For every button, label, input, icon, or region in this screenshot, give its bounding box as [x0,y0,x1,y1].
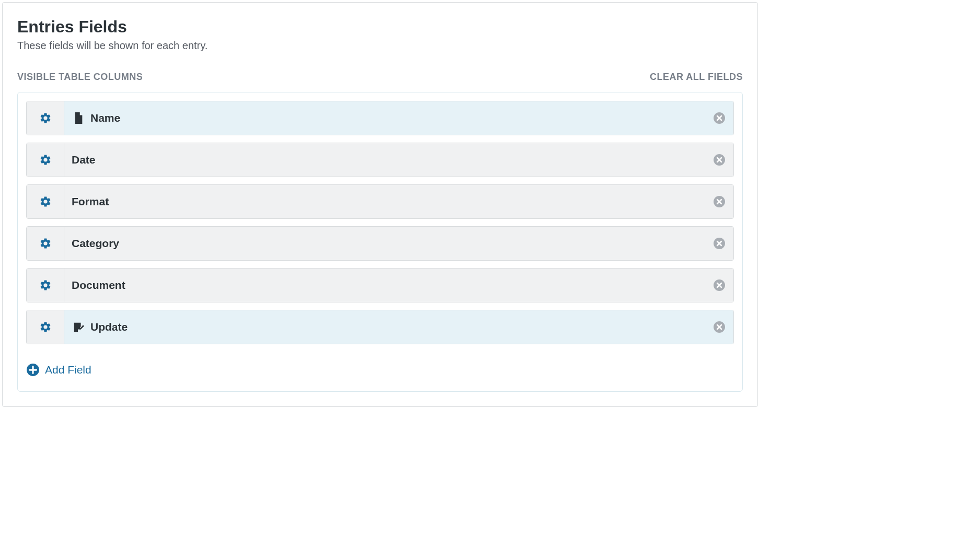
gear-icon [39,154,52,166]
field-row[interactable]: Format [26,184,734,219]
close-icon [713,321,726,333]
field-settings-handle[interactable] [27,143,64,177]
field-label: Format [72,195,713,208]
field-body: Format [64,185,733,218]
field-settings-handle[interactable] [27,185,64,218]
field-label: Category [72,237,713,250]
field-body: Category [64,227,733,260]
field-row[interactable]: Category [26,226,734,261]
field-settings-handle[interactable] [27,227,64,260]
field-row[interactable]: Name [26,101,734,135]
close-icon [713,279,726,291]
remove-field-button[interactable] [713,278,726,292]
edit-icon [72,321,85,333]
remove-field-button[interactable] [713,195,726,208]
field-body: Update [64,310,733,344]
field-row[interactable]: Document [26,268,734,302]
field-row[interactable]: Update [26,310,734,344]
field-label: Document [72,279,713,291]
add-field-label: Add Field [45,364,91,376]
gear-icon [39,279,52,291]
page-subtitle: These fields will be shown for each entr… [17,40,743,52]
field-body: Date [64,143,733,177]
fields-list: Name Date [17,92,743,392]
field-settings-handle[interactable] [27,269,64,302]
field-label: Update [90,321,713,333]
field-settings-handle[interactable] [27,101,64,135]
remove-field-button[interactable] [713,320,726,334]
close-icon [713,195,726,208]
remove-field-button[interactable] [713,153,726,167]
gear-icon [39,321,52,333]
entries-fields-panel: Entries Fields These fields will be show… [2,2,758,407]
field-label: Date [72,154,713,166]
add-field-button[interactable]: Add Field [26,363,91,377]
gear-icon [39,237,52,250]
gear-icon [39,112,52,124]
field-row[interactable]: Date [26,143,734,177]
section-header: VISIBLE TABLE COLUMNS CLEAR ALL FIELDS [17,72,743,83]
field-body: Document [64,269,733,302]
gear-icon [39,195,52,208]
visible-columns-label: VISIBLE TABLE COLUMNS [17,72,143,83]
page-title: Entries Fields [17,17,743,37]
close-icon [713,154,726,166]
field-settings-handle[interactable] [27,310,64,344]
field-label: Name [90,112,713,124]
close-icon [713,112,726,124]
close-icon [713,237,726,250]
remove-field-button[interactable] [713,237,726,250]
remove-field-button[interactable] [713,111,726,125]
clear-all-fields-button[interactable]: CLEAR ALL FIELDS [650,72,743,83]
field-body: Name [64,101,733,135]
plus-circle-icon [26,363,40,377]
document-icon [72,112,85,124]
